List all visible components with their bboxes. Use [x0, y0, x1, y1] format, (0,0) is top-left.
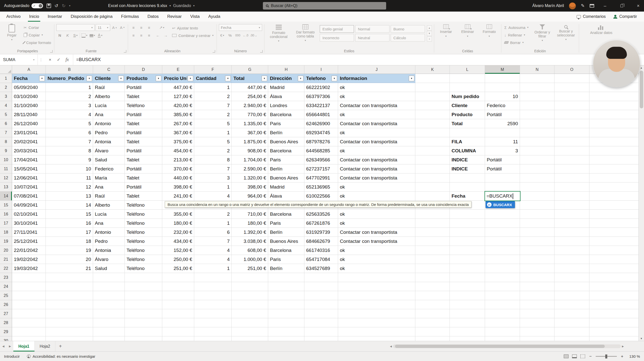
cell-G22[interactable]: 251,00 € [232, 264, 268, 273]
cell-K17[interactable] [415, 219, 450, 228]
cell-A16[interactable]: 02/10/2041 [12, 210, 46, 219]
cell-P21[interactable] [589, 255, 638, 264]
cell-E17[interactable]: 180,00 € [162, 219, 194, 228]
cell-G30[interactable] [232, 336, 268, 341]
cell-A18[interactable]: 27/11/2041 [12, 228, 46, 237]
cell-I19[interactable]: 684662679 [304, 237, 338, 246]
find-select-button[interactable]: Buscar y seleccionar ▾ [555, 23, 577, 41]
cell-G24[interactable] [232, 282, 268, 291]
cell-O21[interactable] [554, 255, 589, 264]
cell-F17[interactable]: 1 [194, 219, 232, 228]
cell-K12[interactable] [415, 173, 450, 183]
cell-A29[interactable] [12, 327, 46, 336]
cell-N29[interactable] [520, 327, 554, 336]
cell-A23[interactable] [12, 273, 46, 282]
borders-button[interactable]: ▾ [81, 32, 88, 39]
row-header-11[interactable]: 11 [0, 164, 12, 173]
cell-P20[interactable] [589, 246, 638, 255]
thousands-format-button[interactable]: 000 [234, 32, 241, 39]
cell-G23[interactable] [232, 273, 268, 282]
zoom-slider[interactable] [596, 356, 617, 357]
cell-E2[interactable]: 447,00 € [162, 83, 194, 92]
font-size-select[interactable]: 11▾ [96, 24, 110, 31]
cell-O10[interactable] [554, 155, 589, 164]
cell-B19[interactable]: 18 [46, 237, 93, 246]
cell-D1[interactable]: Producto▼ [125, 74, 162, 83]
cell-I1[interactable]: Telefono▼ [304, 74, 338, 83]
column-header-J[interactable]: J [338, 65, 415, 74]
dialog-launcher-icon[interactable] [50, 50, 53, 53]
cell-C5[interactable]: Ana [93, 110, 125, 119]
cell-K27[interactable] [415, 309, 450, 318]
cell-I8[interactable]: 687978276 [304, 137, 338, 146]
cell-D13[interactable]: Portátil [125, 183, 162, 192]
formula-bar-grip[interactable]: ⋮ [38, 54, 44, 65]
cell-H18[interactable]: Berlín [268, 228, 304, 237]
align-bottom-button[interactable]: ≡ [146, 24, 152, 31]
cell-M12[interactable] [485, 173, 520, 183]
cell-M17[interactable] [485, 219, 520, 228]
column-header-H[interactable]: H [268, 65, 304, 74]
cell-L19[interactable] [450, 237, 485, 246]
cell-A3[interactable]: 03/10/2040 [12, 92, 46, 101]
cell-L30[interactable] [450, 336, 485, 341]
cell-K14[interactable] [415, 192, 450, 201]
currency-format-button[interactable]: €▾ [219, 32, 226, 39]
cell-P18[interactable] [589, 228, 638, 237]
cell-N12[interactable] [520, 173, 554, 183]
cell-E30[interactable] [162, 336, 194, 341]
cell-C13[interactable]: Ana [93, 183, 125, 192]
ribbon-tab-revisar[interactable]: Revisar [163, 12, 186, 22]
cell-P6[interactable] [589, 119, 638, 128]
cell-F29[interactable] [194, 327, 232, 336]
cell-J22[interactable]: ok [338, 264, 415, 273]
cell-K6[interactable] [415, 119, 450, 128]
filter-button-H[interactable]: ▼ [298, 76, 303, 81]
cell-B9[interactable]: 8 [46, 146, 93, 155]
cell-I22[interactable]: 634527689 [304, 264, 338, 273]
cell-E9[interactable]: 454,00 € [162, 146, 194, 155]
cell-M5[interactable]: Portátil [485, 110, 520, 119]
cell-E3[interactable]: 127,00 € [162, 92, 194, 101]
cell-D16[interactable]: Teléfono [125, 210, 162, 219]
cell-M28[interactable] [485, 318, 520, 327]
cell-C12[interactable]: María [93, 173, 125, 183]
cell-J8[interactable]: Contactar con transportista [338, 137, 415, 146]
column-header-L[interactable]: L [450, 65, 485, 74]
cell-N9[interactable] [520, 146, 554, 155]
cell-D22[interactable]: Teléfono [125, 264, 162, 273]
cell-L16[interactable] [450, 210, 485, 219]
cell-L4[interactable]: Cliente [450, 101, 485, 110]
row-header-23[interactable]: 23 [0, 273, 12, 282]
cell-B15[interactable]: 14 [46, 201, 93, 210]
cell-N10[interactable] [520, 155, 554, 164]
column-header-A[interactable]: A [12, 65, 46, 74]
cell-A14[interactable]: 07/08/2041 [12, 192, 46, 201]
zoom-out-button[interactable]: − [589, 354, 592, 359]
cell-G16[interactable]: 710,00 € [232, 210, 268, 219]
cell-K20[interactable] [415, 246, 450, 255]
cell-O13[interactable] [554, 183, 589, 192]
cell-H9[interactable]: Barcelona [268, 146, 304, 155]
row-header-2[interactable]: 2 [0, 83, 12, 92]
cell-M1[interactable] [485, 74, 520, 83]
cell-I21[interactable]: 654717084 [304, 255, 338, 264]
cell-L23[interactable] [450, 273, 485, 282]
cell-H1[interactable]: Dirección▼ [268, 74, 304, 83]
restore-button[interactable] [616, 0, 627, 12]
dialog-launcher-icon[interactable] [124, 50, 126, 53]
row-header-16[interactable]: 16 [0, 210, 12, 219]
cell-M26[interactable] [485, 300, 520, 309]
increase-decimal-button[interactable]: ←.0 [242, 32, 249, 39]
cell-M11[interactable]: Portátil [485, 164, 520, 173]
filter-button-F[interactable]: ▼ [225, 76, 231, 81]
cell-F30[interactable] [194, 336, 232, 341]
cell-C2[interactable]: Raúl [93, 83, 125, 92]
cell-I30[interactable] [304, 336, 338, 341]
cell-I4[interactable]: 633422137 [304, 101, 338, 110]
cell-N5[interactable] [520, 110, 554, 119]
cell-M4[interactable]: Federico [485, 101, 520, 110]
cell-G6[interactable]: 1.335,00 € [232, 119, 268, 128]
cell-E13[interactable]: 398,00 € [162, 183, 194, 192]
cell-G8[interactable]: 1.875,00 € [232, 137, 268, 146]
